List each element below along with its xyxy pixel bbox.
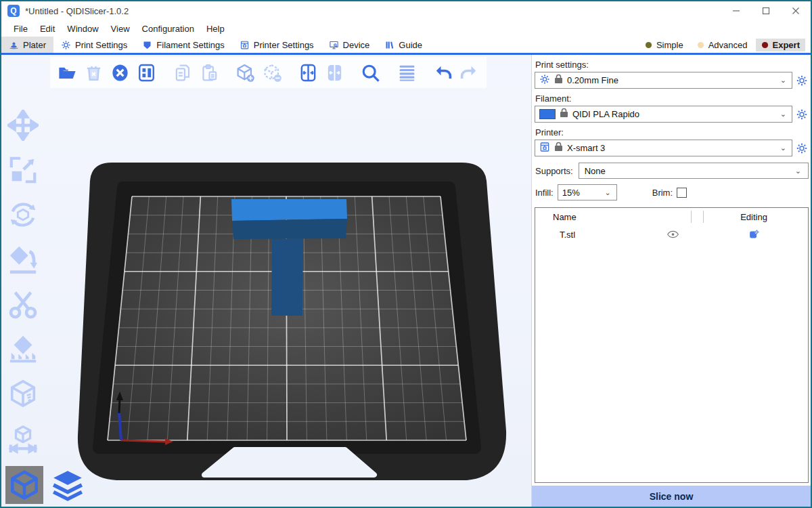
filament-color-swatch [539, 109, 556, 119]
search-button[interactable] [361, 62, 381, 83]
print-bed-scene [1, 55, 531, 507]
brim-checkbox[interactable] [677, 188, 687, 198]
copy-button[interactable] [173, 62, 193, 83]
minimize-button[interactable] [721, 1, 751, 20]
delete-all-button[interactable] [110, 62, 131, 83]
printer-icon [539, 142, 550, 155]
printer-icon [240, 40, 250, 50]
plater-icon [9, 40, 19, 50]
tab-plater-label: Plater [23, 40, 46, 50]
seam-tool-button[interactable] [7, 377, 39, 410]
print-settings-value: 0.20mm Fine [567, 75, 776, 85]
tab-device[interactable]: Device [321, 37, 378, 53]
layers-preview-icon [51, 468, 85, 502]
filament-gear-button[interactable] [795, 108, 809, 121]
tab-print-settings-label: Print Settings [75, 40, 127, 50]
app-logo-icon: Q [7, 5, 20, 17]
cube-view-icon [7, 468, 41, 502]
delete-button[interactable] [83, 62, 104, 83]
gear-icon [61, 40, 71, 50]
print-settings-combo[interactable]: 0.20mm Fine ⌄ [535, 72, 792, 89]
advanced-mode-dot-icon [697, 41, 704, 49]
tab-printer-settings[interactable]: Printer Settings [232, 37, 321, 53]
lock-icon [560, 108, 568, 121]
object-row[interactable]: T.stl [535, 226, 808, 243]
bed-handle-notch [204, 450, 374, 475]
guide-icon [384, 40, 394, 50]
tab-device-label: Device [343, 40, 370, 50]
split-objects-button[interactable] [298, 62, 318, 83]
preview-view-button[interactable] [49, 466, 87, 504]
measure-tool-button[interactable] [7, 422, 39, 454]
tab-plater[interactable]: Plater [1, 37, 53, 53]
column-divider [691, 211, 692, 223]
printer-value: X-smart 3 [567, 143, 776, 153]
scale-tool-button[interactable] [7, 154, 39, 186]
gear-icon [539, 74, 550, 87]
undo-button[interactable] [432, 62, 453, 83]
cut-tool-button[interactable] [7, 288, 39, 320]
left-toolbar [7, 109, 39, 454]
tab-print-settings[interactable]: Print Settings [53, 37, 135, 53]
printer-gear-button[interactable] [795, 142, 809, 155]
tab-filament-settings[interactable]: Filament Settings [135, 37, 231, 53]
device-icon [329, 40, 339, 50]
filament-value: QIDI PLA Rapido [572, 109, 776, 119]
chevron-down-icon: ⌄ [780, 110, 788, 119]
object-list: Name Editing T.stl [535, 207, 809, 483]
app-window: Q *Untitled - QIDISlicer-1.0.2 File Edit… [0, 0, 812, 508]
filament-icon [142, 40, 152, 50]
3d-viewport[interactable] [1, 55, 531, 507]
maximize-button[interactable] [751, 1, 781, 20]
paint-support-tool-button[interactable] [7, 333, 39, 365]
place-on-face-tool-button[interactable] [7, 243, 39, 276]
mode-simple[interactable]: Simple [639, 39, 689, 51]
editing-column-header: Editing [728, 212, 780, 222]
name-column-header: Name [535, 212, 577, 222]
chevron-down-icon: ⌄ [605, 188, 612, 197]
print-settings-label: Print settings: [535, 60, 809, 70]
object-list-header: Name Editing [535, 208, 808, 226]
infill-select[interactable]: 15% ⌄ [558, 184, 617, 200]
slice-now-button[interactable]: Slice now [532, 486, 811, 507]
open-file-button[interactable] [57, 62, 77, 83]
menu-bar: File Edit Window View Configuration Help [1, 20, 811, 37]
visibility-eye-button[interactable] [666, 230, 679, 238]
filament-combo[interactable]: QIDI PLA Rapido ⌄ [535, 106, 792, 123]
supports-label: Supports: [535, 166, 573, 176]
arrange-button[interactable] [137, 62, 157, 83]
print-settings-gear-button[interactable] [795, 74, 809, 87]
mode-advanced-label: Advanced [708, 40, 748, 50]
tab-guide[interactable]: Guide [377, 37, 430, 53]
chevron-down-icon: ⌄ [795, 167, 803, 175]
view-mode-buttons [5, 466, 87, 504]
edit-object-button[interactable] [742, 229, 766, 240]
chevron-down-icon: ⌄ [780, 144, 788, 152]
paste-button[interactable] [199, 62, 219, 83]
simple-mode-dot-icon [645, 41, 652, 49]
move-tool-button[interactable] [7, 109, 39, 142]
add-instance-button[interactable] [235, 62, 256, 83]
supports-select[interactable]: None ⌄ [579, 163, 809, 179]
supports-value: None [585, 166, 795, 176]
mode-expert[interactable]: Expert [756, 39, 805, 51]
remove-instance-button[interactable] [262, 62, 282, 83]
menu-help[interactable]: Help [200, 22, 231, 35]
redo-button[interactable] [459, 62, 480, 83]
tab-guide-label: Guide [399, 40, 422, 50]
menu-file[interactable]: File [7, 22, 34, 35]
variable-layer-height-button[interactable] [397, 62, 417, 83]
split-parts-button[interactable] [325, 62, 345, 83]
tab-bar: Plater Print Settings Filament Settings … [1, 37, 811, 55]
mode-advanced[interactable]: Advanced [692, 39, 753, 51]
close-button[interactable] [781, 1, 811, 20]
menu-edit[interactable]: Edit [34, 22, 61, 35]
window-title: *Untitled - QIDISlicer-1.0.2 [25, 6, 129, 16]
rotate-tool-button[interactable] [7, 198, 39, 231]
printer-combo[interactable]: X-smart 3 ⌄ [535, 140, 792, 156]
editor-view-button[interactable] [5, 466, 43, 504]
menu-view[interactable]: View [105, 22, 136, 35]
menu-window[interactable]: Window [61, 22, 104, 35]
mode-simple-label: Simple [656, 40, 683, 50]
menu-configuration[interactable]: Configuration [136, 22, 200, 35]
